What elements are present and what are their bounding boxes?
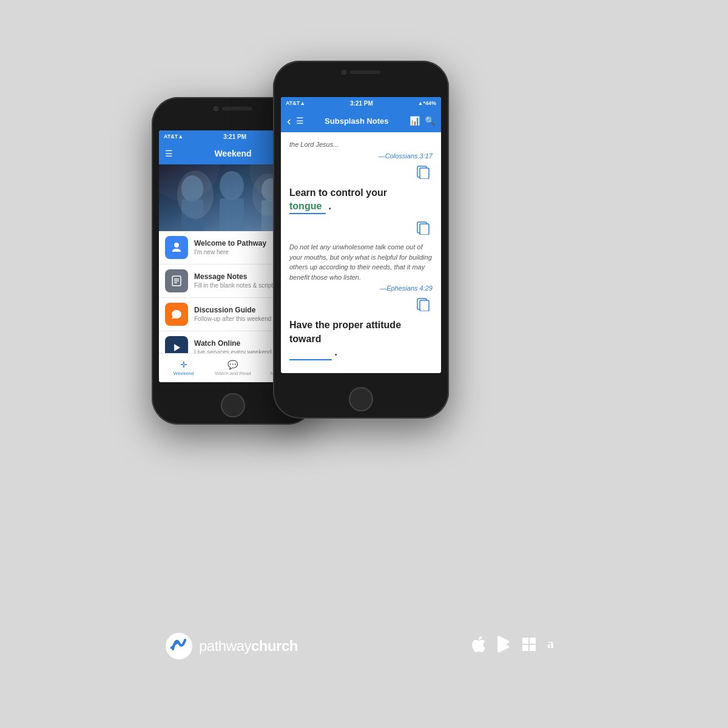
- tab-watch-label: Watch and Read: [215, 371, 251, 376]
- message-notes-icon: [165, 269, 188, 292]
- camera-right: [342, 70, 346, 75]
- brand-logo: pathwaychurch: [164, 631, 298, 661]
- svg-marker-13: [174, 344, 180, 351]
- svg-rect-2: [181, 200, 203, 231]
- scripture-ref-2: —Ephesians 4:29: [289, 285, 433, 292]
- back-button[interactable]: ‹: [287, 114, 291, 128]
- phone-left-top: [203, 104, 263, 113]
- phone-right-top: [331, 68, 391, 76]
- svg-rect-16: [420, 168, 429, 179]
- copy-icon-2[interactable]: [417, 221, 433, 237]
- google-play-icon[interactable]: [496, 636, 511, 656]
- blank-1-value[interactable]: tongue: [289, 200, 326, 214]
- welcome-icon: [165, 236, 188, 259]
- tab-watch-icon: 💬: [228, 360, 238, 369]
- copy-icon-1[interactable]: [417, 166, 433, 181]
- phone-right-screen: AT&T ▲ 3:21 PM ▲ * 44% ‹ ☰ Subsplash Not…: [281, 97, 441, 373]
- tab-weekend[interactable]: ✛ Weekend: [159, 360, 208, 376]
- home-button-right[interactable]: [349, 387, 373, 411]
- nav-hamburger-icon[interactable]: ☰: [296, 116, 304, 126]
- period-1: .: [328, 201, 331, 211]
- heading-1: Learn to control your tongue .: [289, 186, 433, 215]
- speaker-left: [222, 107, 252, 110]
- scripture-body: Do not let any unwholesome talk come out…: [289, 242, 433, 282]
- tab-weekend-label: Weekend: [174, 371, 194, 376]
- svg-point-3: [220, 171, 244, 200]
- svg-point-21: [166, 633, 192, 659]
- carrier-left: AT&T: [164, 133, 178, 140]
- nav-title-left: Weekend: [214, 149, 251, 158]
- carrier-right: AT&T: [286, 100, 300, 106]
- notes-content: the Lord Jesus... —Colossians 3:17 Learn…: [281, 132, 441, 373]
- wifi-left: ▲: [178, 133, 183, 140]
- search-icon[interactable]: 🔍: [425, 116, 435, 126]
- scripture-ref-above: —Colossians 3:17: [289, 152, 433, 160]
- footer: pathwaychurch: [152, 625, 576, 667]
- heading-1-text: Learn to control your: [289, 187, 387, 198]
- svg-rect-29: [522, 645, 528, 651]
- camera-left: [214, 106, 218, 111]
- svg-rect-28: [530, 638, 536, 644]
- svg-rect-27: [522, 638, 528, 644]
- copy-icon-3[interactable]: [417, 298, 433, 314]
- brand-name-text: pathwaychurch: [199, 638, 298, 655]
- svg-rect-20: [420, 300, 429, 311]
- time-left: 3:21 PM: [183, 133, 286, 140]
- hamburger-icon[interactable]: ☰: [165, 149, 173, 158]
- location-icon: ▲: [418, 100, 423, 106]
- status-bar-right: AT&T ▲ 3:21 PM ▲ * 44%: [281, 97, 441, 109]
- apple-store-icon[interactable]: [471, 636, 485, 656]
- svg-text:a: a: [547, 636, 554, 651]
- svg-rect-18: [420, 224, 429, 235]
- copy-icon-row-1: [289, 166, 433, 181]
- store-icons: a: [471, 636, 564, 656]
- chart-icon[interactable]: 📊: [410, 116, 420, 126]
- svg-point-1: [181, 175, 203, 202]
- svg-rect-4: [220, 198, 244, 231]
- phones-container: AT&T ▲ 3:21 PM 🔋 ☰ Weekend: [152, 61, 576, 607]
- battery-right: 44%: [425, 100, 436, 106]
- windows-icon[interactable]: [522, 637, 536, 655]
- heading-2-text: Have the proper attitude toward: [289, 320, 401, 343]
- wifi-right: ▲: [300, 100, 305, 106]
- pathway-logo-icon: [164, 631, 194, 661]
- speaker-right: [350, 70, 380, 74]
- tab-weekend-icon: ✛: [180, 360, 187, 369]
- svg-point-7: [159, 164, 220, 201]
- copy-icon-row-3: [289, 298, 433, 314]
- notes-nav-bar: ‹ ☰ Subsplash Notes 📊 🔍: [281, 109, 441, 132]
- scripture-above: the Lord Jesus...: [289, 140, 433, 150]
- heading-2: Have the proper attitude toward .: [289, 318, 433, 360]
- copy-icon-row-2: [289, 221, 433, 237]
- tab-watch-read[interactable]: 💬 Watch and Read: [208, 360, 257, 376]
- amazon-icon[interactable]: a: [547, 636, 564, 656]
- svg-rect-30: [530, 645, 536, 651]
- blank-2-value[interactable]: [289, 346, 332, 360]
- time-right: 3:21 PM: [305, 100, 417, 107]
- notes-nav-title: Subsplash Notes: [309, 116, 405, 126]
- phone-right: AT&T ▲ 3:21 PM ▲ * 44% ‹ ☰ Subsplash Not…: [273, 61, 449, 419]
- discussion-icon: [165, 303, 188, 326]
- period-2: .: [334, 347, 337, 357]
- home-button-left[interactable]: [221, 393, 245, 417]
